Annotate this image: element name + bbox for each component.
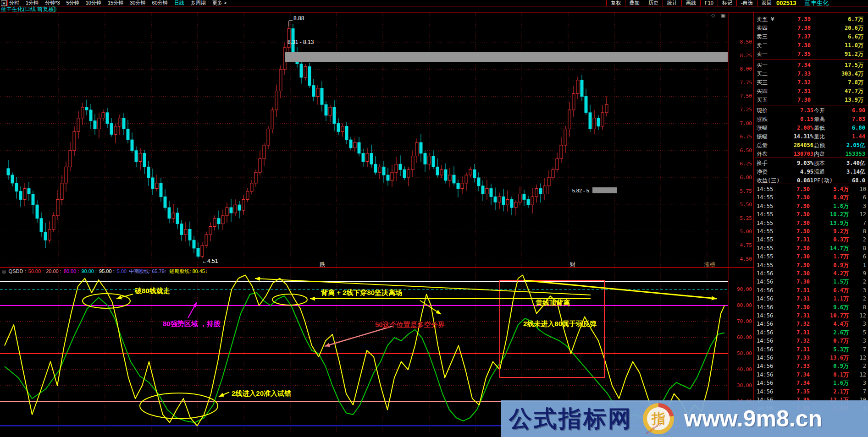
stat-value: 2.08% bbox=[781, 124, 813, 132]
tab-1分钟[interactable]: 1分钟 bbox=[26, 0, 39, 6]
stat-label: 最高 bbox=[814, 115, 825, 124]
tab-分时[interactable]: 分时 bbox=[9, 0, 19, 6]
tab-60分钟[interactable]: 60分钟 bbox=[152, 0, 167, 6]
ask-volume: 6.7万 bbox=[848, 15, 863, 24]
tick-count: 1 bbox=[852, 261, 866, 269]
tick-time: 14:56 bbox=[757, 320, 773, 328]
indicator-switch-icon[interactable]: ◎ bbox=[2, 268, 6, 274]
tick-volume: 14.7万 bbox=[830, 244, 849, 252]
tab-更多 >[interactable]: 更多 > bbox=[212, 0, 227, 6]
stat-label: 最低 bbox=[814, 124, 825, 132]
tick-time: 14:56 bbox=[757, 278, 773, 286]
panel-divider bbox=[755, 184, 868, 184]
tick-price: 7.34 bbox=[784, 379, 810, 387]
tick-row: 14:56 7.34 1.6万 3 bbox=[756, 379, 868, 387]
tab-15分钟[interactable]: 15分钟 bbox=[108, 0, 123, 6]
chevron-down-icon[interactable]: ⌄ bbox=[50, 6, 56, 12]
menu-item-画线[interactable]: 画线 bbox=[681, 0, 700, 6]
ask-price: 7.38 bbox=[784, 24, 811, 33]
ask-volume: 6.6万 bbox=[848, 33, 863, 41]
menu-item--自选[interactable]: -自选 bbox=[736, 0, 757, 6]
tick-volume: 1.7万 bbox=[833, 252, 849, 261]
tick-price: 7.30 bbox=[784, 202, 810, 210]
ask-row: 卖三 7.37 6.6万 bbox=[756, 33, 867, 41]
tick-price: 7.33 bbox=[784, 362, 810, 370]
tab-5分钟[interactable]: 5分钟 bbox=[66, 0, 79, 6]
tick-price: 7.30 bbox=[784, 244, 810, 252]
diamond-icon[interactable]: ◇ bbox=[711, 12, 715, 18]
tick-row: 14:56 7.31 1.1万 2 bbox=[756, 295, 868, 303]
bid-price: 7.33 bbox=[784, 70, 811, 78]
tab-多周期[interactable]: 多周期 bbox=[191, 0, 206, 6]
svg-text:8.31 - 8.13: 8.31 - 8.13 bbox=[287, 39, 314, 45]
tick-count: 6 bbox=[852, 193, 866, 202]
tick-row: 14:56 7.30 9.6万 8 bbox=[756, 303, 868, 311]
menu-item-统计[interactable]: 统计 bbox=[663, 0, 681, 6]
ask-price: 7.39 bbox=[784, 15, 811, 24]
indicator-header[interactable]: ◎QSDD :50.00 :20.00 :80.00 :90.00 :95.00… bbox=[2, 268, 207, 274]
indicator-param: 95.00 : bbox=[99, 268, 115, 274]
tick-count: 12 bbox=[852, 371, 866, 379]
stat-label: 换手 bbox=[757, 159, 768, 168]
axis-tag[interactable]: 涨榜 bbox=[704, 261, 715, 268]
tick-row: 14:56 7.31 6.4万 3 bbox=[756, 286, 868, 295]
tick-row: 14:56 7.32 4.4万 3 bbox=[756, 320, 868, 328]
bid-price: 7.34 bbox=[784, 61, 811, 70]
tab-日线[interactable]: 日线 bbox=[174, 0, 184, 6]
menu-item-叠加[interactable]: 叠加 bbox=[625, 0, 644, 6]
tick-time: 14:55 bbox=[757, 185, 773, 193]
tick-volume: 5.3万 bbox=[833, 345, 849, 354]
tab-30分钟[interactable]: 30分钟 bbox=[130, 0, 145, 6]
ask-label: 卖二 bbox=[757, 41, 768, 50]
banner-url[interactable]: www.9m8.cn bbox=[684, 405, 822, 432]
price-label: 8.25 bbox=[729, 53, 752, 59]
stat-label: 量比 bbox=[814, 132, 825, 141]
axis-tag[interactable]: 跌 bbox=[320, 261, 325, 268]
tick-time: 14:55 bbox=[757, 227, 773, 235]
tab-10分钟[interactable]: 10分钟 bbox=[86, 0, 101, 6]
axis-tag[interactable]: 财 bbox=[570, 261, 575, 268]
price-label: 6.00 bbox=[729, 175, 752, 180]
stat-value: 284056 bbox=[781, 141, 813, 150]
menu-item-标记[interactable]: 标记 bbox=[718, 0, 736, 6]
price-label: 7.00 bbox=[729, 121, 752, 126]
tick-volume: 4.2万 bbox=[833, 269, 849, 278]
price-label: 5.50 bbox=[729, 202, 752, 208]
tick-count: 2 bbox=[852, 235, 866, 244]
menu-item-复权[interactable]: 复权 bbox=[606, 0, 625, 6]
menu-item-返回[interactable]: 返回 bbox=[757, 0, 776, 6]
price-label: 7.25 bbox=[729, 107, 752, 113]
stock-code: 002513 bbox=[776, 0, 796, 6]
tick-volume: 0.9万 bbox=[833, 261, 849, 269]
tick-price: 7.30 bbox=[784, 303, 810, 311]
tick-time: 14:56 bbox=[757, 269, 773, 278]
stat-value: 6.90 bbox=[852, 106, 865, 115]
stat-row: 换手 9.03% 股本 3.40亿 bbox=[756, 159, 867, 168]
panel-icon[interactable]: ▣ bbox=[721, 12, 725, 18]
window-icon[interactable]: ▣ bbox=[1, 0, 7, 6]
bid-row: 买一 7.34 17.5万 bbox=[756, 61, 867, 70]
indicator-scale-label: 90.00 bbox=[729, 287, 752, 292]
tick-price: 7.31 bbox=[784, 311, 810, 320]
tick-count: 3 bbox=[852, 202, 866, 210]
price-label: 7.75 bbox=[729, 80, 752, 86]
tick-time: 14:56 bbox=[757, 328, 773, 337]
tick-count: 10 bbox=[852, 185, 866, 193]
tick-volume: 8.1万 bbox=[833, 371, 849, 379]
price-label: 6.25 bbox=[729, 161, 752, 167]
stat-value: 4.95 bbox=[781, 168, 813, 176]
ask-label: 卖四 bbox=[757, 24, 768, 33]
ask-price: 7.36 bbox=[784, 41, 811, 50]
tick-price: 7.30 bbox=[784, 193, 810, 202]
stat-label: 总额 bbox=[814, 141, 825, 150]
tab-分钟*3[interactable]: 分钟*3 bbox=[45, 0, 60, 6]
tick-count: 3 bbox=[852, 286, 866, 295]
menu-item-历史[interactable]: 历史 bbox=[644, 0, 663, 6]
toolbar-divider bbox=[7, 0, 8, 6]
menu-item-F10[interactable]: F10 bbox=[700, 0, 718, 6]
tick-volume: 9.2万 bbox=[833, 227, 849, 235]
tick-row: 14:56 7.33 13.6万 12 bbox=[756, 354, 868, 362]
bid-label: 买二 bbox=[757, 70, 768, 78]
price-label: 4.50 bbox=[729, 257, 752, 262]
tick-volume: 1.1万 bbox=[833, 295, 849, 303]
